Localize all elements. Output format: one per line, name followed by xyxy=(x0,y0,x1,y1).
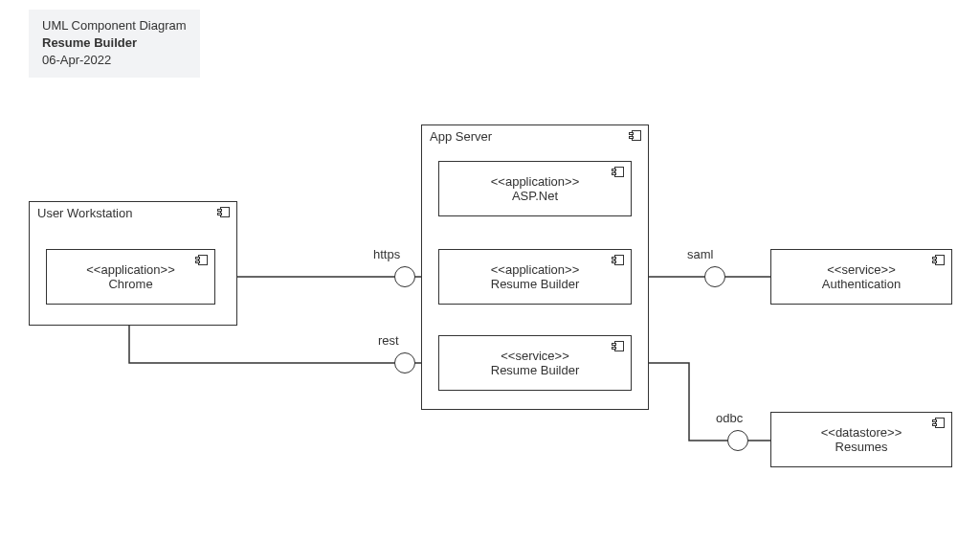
component-resume-builder-svc: <<service>> Resume Builder xyxy=(438,335,632,391)
connector-label-https: https xyxy=(373,247,400,261)
component-name: Resume Builder xyxy=(491,277,580,291)
component-icon xyxy=(629,130,642,142)
interface-https xyxy=(394,266,415,287)
component-name: Resume Builder xyxy=(491,363,580,377)
component-icon xyxy=(217,207,231,218)
diagram-name: Resume Builder xyxy=(42,34,187,52)
stereotype: <<application>> xyxy=(491,262,580,277)
connector-label-saml: saml xyxy=(687,247,713,261)
connector-label-rest: rest xyxy=(378,333,399,348)
component-name: ASP.Net xyxy=(512,189,558,203)
connector-label-odbc: odbc xyxy=(716,411,743,425)
component-resumes: <<datastore>> Resumes xyxy=(770,412,952,467)
diagram-date: 06-Apr-2022 xyxy=(42,52,187,69)
diagram-type: UML Component Diagram xyxy=(42,17,187,34)
component-name: Chrome xyxy=(108,277,152,291)
component-icon xyxy=(612,255,625,266)
component-chrome: <<application>> Chrome xyxy=(46,249,215,305)
component-icon xyxy=(932,418,946,429)
container-label-app-server: App Server xyxy=(430,129,492,144)
component-authentication: <<service>> Authentication xyxy=(770,249,952,305)
component-resume-builder-app: <<application>> Resume Builder xyxy=(438,249,632,305)
interface-rest xyxy=(394,352,415,373)
component-name: Resumes xyxy=(835,440,888,454)
stereotype: <<service>> xyxy=(501,349,569,363)
stereotype: <<application>> xyxy=(491,174,580,189)
component-name: Authentication xyxy=(822,277,901,291)
component-icon xyxy=(932,255,946,266)
interface-odbc xyxy=(727,430,748,451)
component-icon xyxy=(612,341,625,352)
stereotype: <<application>> xyxy=(86,262,175,277)
container-label-user-workstation: User Workstation xyxy=(37,206,132,220)
stereotype: <<datastore>> xyxy=(821,425,902,440)
component-icon xyxy=(612,167,625,178)
component-icon xyxy=(195,255,209,266)
component-aspnet: <<application>> ASP.Net xyxy=(438,161,632,216)
interface-saml xyxy=(704,266,725,287)
stereotype: <<service>> xyxy=(827,262,896,277)
diagram-header: UML Component Diagram Resume Builder 06-… xyxy=(29,10,200,78)
